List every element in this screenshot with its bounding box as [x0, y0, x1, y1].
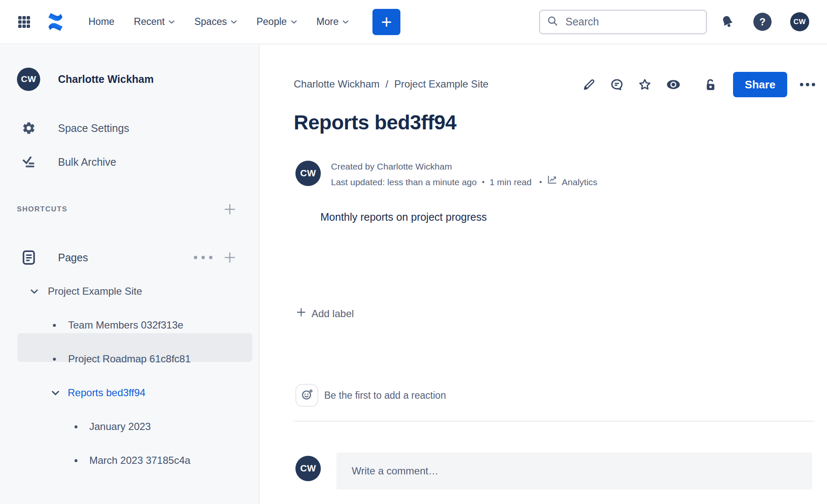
- analytics-label: Analytics: [562, 175, 597, 190]
- chevron-down-icon: [231, 20, 237, 24]
- byline-read-time: 1 min read: [490, 175, 532, 190]
- avatar[interactable]: CW: [790, 12, 809, 31]
- pages-header[interactable]: Pages: [0, 249, 259, 266]
- add-page-plus-icon[interactable]: [223, 252, 236, 263]
- tree-item-march-2023[interactable]: March 2023 37185c4a: [0, 452, 259, 469]
- sidebar-item-bulk-archive[interactable]: Bulk Archive: [0, 153, 259, 170]
- reaction-prompt: Be the first to add a reaction: [324, 390, 446, 401]
- help-icon[interactable]: ?: [753, 13, 772, 31]
- edit-icon[interactable]: [582, 78, 596, 92]
- nav-item-label: More: [317, 16, 339, 27]
- main-content: Charlotte Wickham / Project Example Site: [260, 45, 827, 504]
- dot-separator: •: [539, 175, 542, 190]
- bullet-icon: [53, 358, 56, 361]
- sidebar-item-space-settings[interactable]: Space Settings: [0, 120, 259, 137]
- search-box[interactable]: [539, 10, 707, 34]
- pages-icon: [17, 249, 40, 266]
- bell-icon[interactable]: [719, 14, 736, 30]
- nav-item-label: Home: [88, 16, 114, 27]
- breadcrumb-separator: /: [386, 78, 389, 90]
- chevron-down-icon: [168, 20, 175, 24]
- chevron-down-icon: [291, 20, 297, 24]
- nav-item-label: Spaces: [194, 16, 227, 27]
- comment-input[interactable]: Write a comment…: [336, 452, 812, 490]
- nav-item-recent[interactable]: Recent: [134, 16, 175, 27]
- sidebar-item-label: Bulk Archive: [58, 156, 116, 168]
- bullet-icon: [53, 324, 56, 327]
- nav-item-spaces[interactable]: Spaces: [194, 16, 237, 27]
- breadcrumb-item[interactable]: Charlotte Wickham: [294, 78, 380, 90]
- bullet-icon: [74, 425, 77, 428]
- add-label-button[interactable]: Add label: [296, 307, 354, 320]
- page-title: Reports bed3ff94: [294, 111, 456, 134]
- add-reaction-button[interactable]: [295, 384, 318, 407]
- more-icon[interactable]: [800, 83, 815, 86]
- page-body-text: Monthly reports on project progress: [320, 211, 487, 223]
- space-avatar: CW: [17, 68, 40, 91]
- tree-item-label[interactable]: January 2023: [89, 421, 151, 433]
- byline-created: Created by Charlotte Wickham: [331, 159, 597, 174]
- section-divider: [294, 421, 814, 422]
- chevron-down-icon: [342, 20, 349, 24]
- create-button[interactable]: +: [372, 9, 400, 35]
- plus-icon: +: [381, 13, 392, 31]
- nav-item-label: Recent: [134, 16, 165, 27]
- app-grid-icon[interactable]: [17, 15, 31, 29]
- comment-icon[interactable]: [610, 78, 624, 92]
- nav-item-people[interactable]: People: [256, 16, 297, 27]
- nav-links: Home Recent Spaces People More: [88, 16, 349, 27]
- breadcrumb: Charlotte Wickham / Project Example Site: [294, 78, 488, 90]
- sidebar: CW Charlotte Wickham Space Settings Bulk…: [0, 45, 259, 504]
- confluence-logo[interactable]: [45, 12, 66, 32]
- plus-icon: [296, 307, 306, 320]
- byline-last-updated: Last updated: less than a minute ago: [331, 175, 477, 190]
- nav-item-label: People: [256, 16, 287, 27]
- shortcuts-header: SHORTCUTS: [0, 201, 259, 218]
- tree-item-january-2023[interactable]: January 2023: [0, 418, 259, 435]
- tree-item-label[interactable]: Project Example Site: [48, 285, 142, 297]
- analytics-icon: [547, 174, 558, 190]
- analytics-link[interactable]: Analytics: [547, 174, 597, 190]
- tree-item-reports-selected[interactable]: Reports bed3ff94: [0, 384, 259, 401]
- bulk-archive-icon: [17, 155, 40, 169]
- chevron-down-icon[interactable]: [51, 390, 60, 396]
- comment-placeholder: Write a comment…: [352, 465, 438, 477]
- tree-item-label[interactable]: Team Members 032f313e: [68, 319, 183, 331]
- shortcuts-label: SHORTCUTS: [17, 205, 67, 214]
- unlock-icon[interactable]: [703, 78, 717, 92]
- star-icon[interactable]: [638, 78, 652, 92]
- pages-more-icon[interactable]: [194, 256, 212, 259]
- page-actions: Share: [582, 71, 815, 98]
- byline-avatar[interactable]: CW: [295, 161, 321, 186]
- tree-item-team-members[interactable]: Team Members 032f313e: [0, 317, 259, 334]
- bullet-icon: [74, 459, 77, 462]
- tree-item-project-roadmap[interactable]: Project Roadmap 61c8fc81: [0, 351, 259, 367]
- add-shortcut-plus-icon[interactable]: [223, 203, 236, 215]
- smiley-plus-icon: [300, 388, 314, 403]
- add-label-text: Add label: [312, 308, 354, 320]
- confluence-page: Home Recent Spaces People More: [0, 0, 827, 504]
- nav-item-more[interactable]: More: [317, 16, 349, 27]
- gear-icon: [17, 121, 40, 135]
- watch-icon[interactable]: [666, 79, 681, 90]
- breadcrumb-item[interactable]: Project Example Site: [394, 78, 488, 90]
- pages-label: Pages: [58, 252, 88, 264]
- top-nav: Home Recent Spaces People More: [0, 0, 827, 44]
- search-input[interactable]: [565, 15, 693, 28]
- chevron-down-icon[interactable]: [30, 289, 39, 294]
- tree-item-label[interactable]: March 2023 37185c4a: [89, 455, 190, 466]
- share-button[interactable]: Share: [733, 72, 787, 97]
- space-header[interactable]: CW Charlotte Wickham: [0, 66, 259, 92]
- tree-item-label[interactable]: Project Roadmap 61c8fc81: [68, 353, 191, 365]
- comment-avatar: CW: [295, 456, 321, 481]
- nav-item-home[interactable]: Home: [88, 16, 114, 27]
- tree-item-label[interactable]: Reports bed3ff94: [68, 387, 146, 399]
- space-name: Charlotte Wickham: [58, 73, 154, 85]
- byline: Created by Charlotte Wickham Last update…: [331, 159, 597, 190]
- search-icon: [547, 15, 559, 29]
- tree-item-project-example-site[interactable]: Project Example Site: [0, 283, 259, 300]
- sidebar-item-label: Space Settings: [58, 122, 129, 134]
- dot-separator: •: [482, 175, 484, 190]
